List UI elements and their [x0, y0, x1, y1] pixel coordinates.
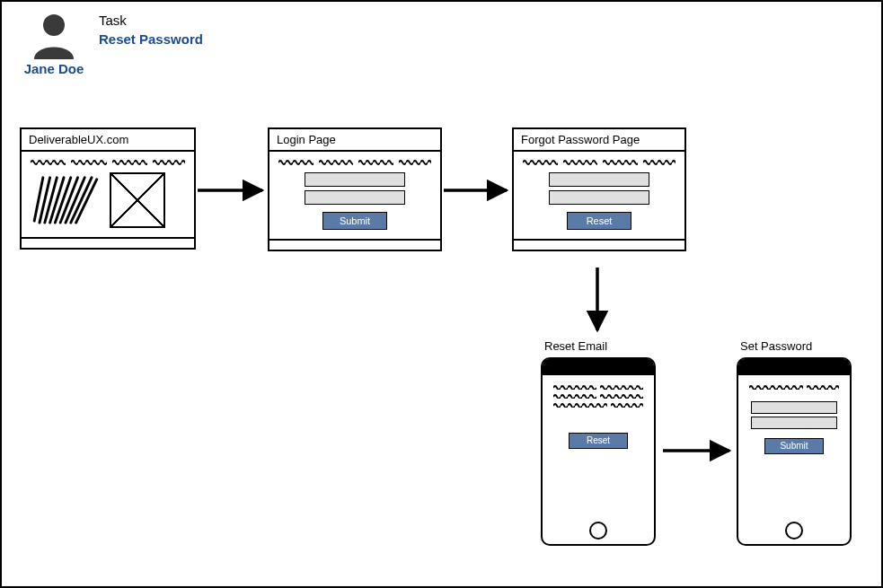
wireframe-home: DeliverableUX.com	[20, 127, 196, 250]
text-squiggle	[278, 159, 431, 165]
wireframe-login: Login Page Submit	[268, 127, 442, 251]
input-placeholder	[751, 417, 837, 429]
home-button-icon	[589, 522, 607, 540]
input-placeholder	[305, 172, 405, 187]
text-squiggle	[553, 402, 643, 408]
text-squiggle	[553, 393, 643, 399]
button-forgot-reset: Reset	[567, 212, 631, 230]
text-squiggle	[553, 384, 643, 390]
input-placeholder	[549, 190, 649, 205]
svg-point-0	[43, 14, 65, 36]
wireframe-phone-setpwd: Set Password Submit	[737, 357, 852, 546]
task-label: Task	[99, 13, 203, 28]
text-squiggle	[523, 159, 675, 165]
wireframe-forgot: Forgot Password Page Reset	[512, 127, 686, 251]
user-icon	[22, 11, 86, 59]
phone-topbar	[543, 359, 654, 375]
button-setpwd-submit: Submit	[764, 438, 824, 454]
text-squiggle	[749, 384, 839, 390]
footer-bar	[269, 239, 440, 250]
button-email-reset: Reset	[569, 433, 628, 449]
phone-topbar	[738, 359, 850, 375]
input-placeholder	[751, 401, 837, 414]
footer-bar	[22, 237, 194, 248]
button-login-submit: Submit	[322, 212, 387, 230]
titlebar-forgot: Forgot Password Page	[514, 129, 684, 152]
task-block: Task Reset Password	[99, 13, 203, 47]
titlebar-home: DeliverableUX.com	[22, 129, 194, 152]
task-value: Reset Password	[99, 31, 203, 47]
wireframe-phone-email: Reset Email Reset	[541, 357, 656, 546]
persona-name: Jane Doe	[22, 61, 86, 76]
diagram-canvas: Jane Doe Task Reset Password Deliverable…	[0, 0, 883, 588]
text-squiggle	[31, 159, 185, 165]
scribble-image-icon	[31, 172, 101, 224]
footer-bar	[514, 239, 684, 250]
input-placeholder	[305, 190, 405, 205]
phone-title-setpwd: Set Password	[740, 339, 812, 353]
input-placeholder	[549, 172, 649, 187]
phone-title-email: Reset Email	[544, 339, 607, 353]
image-placeholder-icon	[110, 172, 165, 228]
titlebar-login: Login Page	[269, 129, 440, 152]
home-button-icon	[785, 522, 803, 540]
